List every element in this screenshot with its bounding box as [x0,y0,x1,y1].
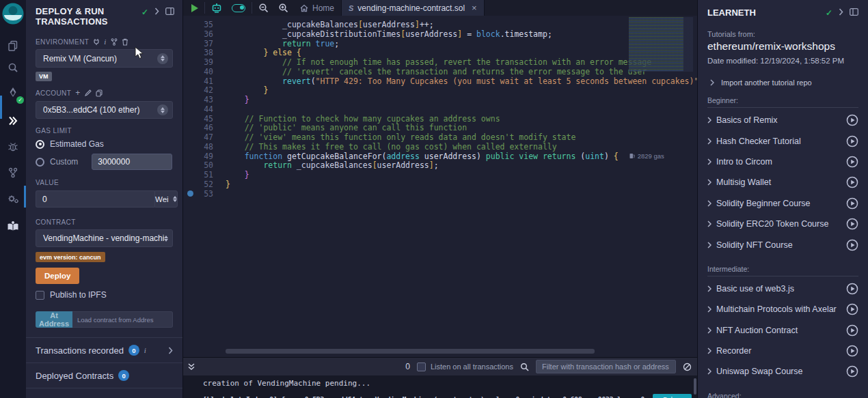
close-tab-icon[interactable]: × [472,3,477,13]
tutorial-item[interactable]: Solidity NFT Course [707,234,858,255]
stepper-arrows-icon[interactable] [164,236,168,242]
line-number[interactable]: 52 [183,180,213,189]
tutorial-item[interactable]: Solidity Beginner Course [707,193,858,214]
add-account-icon[interactable]: + [75,88,80,98]
line-number[interactable]: 42 [183,85,213,95]
play-icon[interactable] [846,239,858,251]
zoom-out-icon[interactable] [254,0,273,16]
line-number[interactable]: 37 [183,39,213,48]
expand-panel-icon[interactable] [839,8,843,16]
editor-minimap[interactable] [629,17,693,72]
tutorial-item[interactable]: Recorder [707,341,858,361]
run-script-icon[interactable] [183,0,203,16]
line-number[interactable]: 41 [183,76,213,86]
code-editor[interactable]: 35 _cupcakeBalances[userAddress]++;36 _c… [183,16,697,357]
settings-gear-icon[interactable] [0,188,26,210]
line-number[interactable]: 50 [183,160,213,170]
pin-panel-icon[interactable] [850,8,858,16]
transactions-recorded-row[interactable]: Transactions recorded 0 i [26,337,182,363]
play-icon[interactable] [846,156,858,168]
clear-console-icon[interactable] [683,363,692,371]
deploy-run-icon[interactable] [0,110,26,132]
line-number[interactable]: 36 [183,29,213,39]
play-icon[interactable] [846,218,858,230]
trash-icon[interactable] [122,38,128,46]
listen-all-option[interactable]: Listen on all transactions [417,363,513,371]
copilot-toggle[interactable] [227,0,250,16]
play-icon[interactable] [846,197,858,210]
info-icon[interactable]: i [104,38,106,46]
line-number[interactable]: 45 [183,114,213,124]
horizontal-scrollbar[interactable] [226,349,595,354]
tutorial-item[interactable]: Intro to Circom [707,152,858,172]
stepper-arrows-icon[interactable] [173,196,177,202]
dropdown-toggle-icon[interactable] [157,104,168,115]
deployed-contracts-row[interactable]: Deployed Contracts 0 [26,363,182,388]
environment-select[interactable]: Remix VM (Cancun) [36,49,173,68]
play-icon[interactable] [846,176,858,188]
custom-gas-input[interactable] [92,154,172,170]
tab-home[interactable]: Home [293,0,341,16]
play-icon[interactable] [846,365,858,378]
line-number[interactable]: 38 [183,48,213,57]
pin-panel-icon[interactable] [165,8,174,15]
play-icon[interactable] [846,283,858,295]
zoom-in-icon[interactable] [273,0,293,16]
line-number[interactable]: 43 [183,95,213,104]
file-explorer-icon[interactable] [0,35,26,57]
debugger-bug-icon[interactable] [0,136,26,158]
tutorial-item[interactable]: Basic use of web3.js [707,279,858,299]
line-number[interactable]: 40 [183,67,213,76]
tutorial-item[interactable]: NFT Auction Contract [707,320,858,341]
play-icon[interactable] [846,345,858,357]
dropdown-toggle-icon[interactable] [157,53,168,64]
ai-copilot-robot-icon[interactable] [206,0,227,16]
terminal-output[interactable]: creation of VendingMachine pending... [b… [183,375,697,398]
search-icon[interactable] [0,57,26,79]
line-number[interactable]: 51 [183,170,213,180]
estimated-gas-option[interactable]: Estimated Gas [36,139,173,149]
play-icon[interactable] [846,135,858,147]
line-number[interactable]: 47 [183,132,213,142]
line-number[interactable]: 48 [183,142,213,152]
line-number[interactable]: 46 [183,123,213,132]
tutorial-item[interactable]: Uniswap Swap Course [707,361,858,382]
tutorial-item[interactable]: Solidity ERC20 Token Course [707,214,858,234]
debug-button[interactable]: Debug [653,394,692,398]
account-select[interactable]: 0x5B3...eddC4 (100 ether) [36,101,173,119]
custom-gas-option[interactable]: Custom [36,154,173,170]
import-tutorial-row[interactable]: Import another tutorial repo [707,79,858,87]
value-unit-select[interactable]: Wei [154,190,178,208]
line-number[interactable]: 39 [183,57,213,67]
breakpoint-dot[interactable] [187,190,193,197]
terminal-filter-input[interactable] [536,360,676,373]
info-icon[interactable]: i [144,346,146,354]
tutorial-item[interactable]: Basics of Remix [707,110,858,130]
checkbox-icon[interactable] [417,363,426,371]
tab-file[interactable]: S vending-machine-contract.sol × [341,0,485,16]
learneth-book-icon[interactable] [0,215,26,237]
collapse-terminal-icon[interactable] [187,363,195,371]
line-number[interactable]: 44 [183,104,213,114]
tutorial-item[interactable]: Multisig Wallet [707,172,858,193]
radio-selected-icon[interactable] [36,140,44,149]
at-address-button[interactable]: At Address [36,311,72,328]
terminal-scrollbar[interactable] [694,378,696,395]
value-input[interactable] [36,190,154,208]
deploy-button[interactable]: Deploy [36,268,79,284]
tutorial-item[interactable]: Multichain Protocols with Axelar [707,299,858,319]
tutorial-item[interactable]: Hash Checker Tutorial [707,130,858,151]
play-icon[interactable] [846,303,858,315]
copy-icon[interactable] [96,89,103,97]
contract-select[interactable]: VendingMachine - vending-machin [36,229,173,247]
expand-panel-icon[interactable] [154,8,159,15]
git-icon[interactable] [0,162,26,184]
remix-logo-icon[interactable] [1,2,25,25]
play-icon[interactable] [846,114,858,126]
fork-icon[interactable] [111,38,118,46]
line-number[interactable]: 49 [183,152,213,161]
checkbox-icon[interactable] [36,291,44,300]
radio-unselected-icon[interactable] [36,158,44,167]
at-address-input[interactable] [72,311,173,328]
publish-ipfs-option[interactable]: Publish to IPFS [36,290,173,300]
